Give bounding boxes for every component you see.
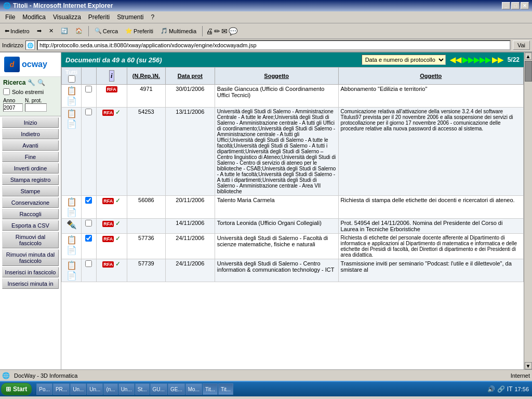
forward-button[interactable]: ➡ xyxy=(34,26,44,36)
favorites-button[interactable]: ⭐ Preferiti xyxy=(123,26,156,36)
btn-avanti[interactable]: Avanti xyxy=(2,140,59,151)
multimedia-button[interactable]: 🎵 Multimedia xyxy=(158,26,199,36)
stop-button[interactable]: ✕ xyxy=(46,26,56,36)
doc-icon[interactable]: 📋 xyxy=(66,235,77,245)
taskbar-item-6[interactable]: St... xyxy=(135,383,150,395)
th-data-prot[interactable]: Data prot xyxy=(165,68,215,85)
th-oggetto[interactable]: Oggetto xyxy=(338,68,524,85)
internet-label: Internet xyxy=(511,373,530,379)
row-action-icon[interactable]: 📋 📄 xyxy=(62,196,82,219)
btn-inizio[interactable]: Inizio xyxy=(2,117,59,128)
taskbar-item-2[interactable]: Un... xyxy=(70,383,86,395)
row-checkbox-cell[interactable] xyxy=(82,108,97,196)
row-checkbox[interactable] xyxy=(85,86,92,92)
row-checkbox[interactable] xyxy=(85,260,92,267)
menu-strumenti[interactable]: Strumenti xyxy=(114,12,147,22)
row-action-icon[interactable]: 📋 📄 xyxy=(62,234,82,259)
row-checkbox-cell[interactable] xyxy=(82,234,97,259)
doc-icon[interactable]: 📋 xyxy=(66,86,77,96)
th-soggetto[interactable]: Soggetto xyxy=(215,68,338,85)
attach-icon[interactable]: 📄 xyxy=(66,207,77,217)
refresh-button[interactable]: 🔄 xyxy=(58,26,71,36)
row-checkbox[interactable] xyxy=(85,220,92,227)
print-icon[interactable]: 🖨 xyxy=(206,27,213,35)
solo-estremi-checkbox[interactable] xyxy=(3,88,10,95)
doc-icon[interactable]: 📋 xyxy=(66,260,77,270)
prev-pages-icon[interactable]: ▶▶▶▶▶ xyxy=(462,56,491,64)
select-all-checkbox[interactable] xyxy=(68,75,75,83)
mail-icon[interactable]: ✉ xyxy=(221,27,228,35)
search-button[interactable]: 🔍 Cerca xyxy=(92,26,121,36)
btn-conservazione[interactable]: Conservazione xyxy=(2,197,59,208)
edit-icon[interactable]: ✏ xyxy=(214,27,220,35)
address-input[interactable] xyxy=(37,40,511,50)
row-checkbox-cell[interactable] xyxy=(82,259,97,282)
btn-rimuovi-minuta[interactable]: Rimuovi minuta dal fascicolo xyxy=(2,249,59,266)
menu-help[interactable]: ? xyxy=(148,12,158,22)
row-checkbox[interactable] xyxy=(85,235,92,242)
sort-select[interactable]: Data e numero di protocollo xyxy=(362,55,446,65)
pen-icon[interactable]: ✒️ xyxy=(66,220,77,229)
doc-icon[interactable]: 📋 xyxy=(66,197,77,207)
btn-rimuovi[interactable]: Rimuovi dal fascicolo xyxy=(2,232,59,248)
minimize-button[interactable]: _ xyxy=(502,2,510,9)
row-checkbox[interactable] xyxy=(85,197,92,204)
btn-esporta[interactable]: Esporta a CSV xyxy=(2,220,59,231)
scroll-down-btn[interactable]: ▼ xyxy=(525,362,532,369)
window-controls[interactable]: _ □ ✕ xyxy=(502,2,529,9)
btn-inserisci[interactable]: Inserisci in fascicolo xyxy=(2,267,59,277)
btn-inverti[interactable]: Inverti ordine xyxy=(2,163,59,174)
doc-icon[interactable]: 📋 xyxy=(66,109,77,118)
btn-stampa-registro[interactable]: Stampa registro xyxy=(2,175,59,185)
table-scroll[interactable]: Tutti i (N.Rep.)N. Data prot Soggetto Og… xyxy=(61,67,524,369)
attach-icon[interactable]: 📄 xyxy=(66,271,77,281)
row-checkbox[interactable] xyxy=(85,109,92,115)
attach-icon[interactable]: 📄 xyxy=(66,96,77,106)
back-button[interactable]: ⬅ Indietro xyxy=(2,26,32,36)
row-checkbox-cell[interactable] xyxy=(82,85,97,108)
btn-indietro[interactable]: Indietro xyxy=(2,129,59,139)
th-nrep[interactable]: (N.Rep.)N. xyxy=(127,68,165,85)
taskbar-item-5[interactable]: Un... xyxy=(118,383,135,395)
menu-modifica[interactable]: Modifica xyxy=(19,12,49,22)
taskbar-item-4[interactable]: (n... xyxy=(103,383,117,395)
row-checkbox-cell[interactable] xyxy=(82,196,97,219)
row-action-icon[interactable]: ✒️ xyxy=(62,219,82,234)
close-button[interactable]: ✕ xyxy=(521,2,529,9)
rfa-check: ✓ xyxy=(115,109,121,116)
table-row: 📋 📄 RFA ✓ 56086 20/11/2006 xyxy=(62,196,524,219)
first-page-icon[interactable]: ◀◀ xyxy=(450,56,461,64)
btn-inserisci-minuta[interactable]: Inserisci minuta in xyxy=(2,278,59,289)
btn-fine[interactable]: Fine xyxy=(2,152,59,162)
taskbar-item-10[interactable]: Tit... xyxy=(203,383,218,395)
go-button[interactable]: Vai xyxy=(513,41,530,50)
menu-file[interactable]: File xyxy=(2,12,18,22)
right-scrollbar[interactable]: ▲ ▼ xyxy=(524,52,532,369)
scroll-thumb[interactable] xyxy=(525,61,532,82)
taskbar-item-7[interactable]: GU... xyxy=(150,383,167,395)
scroll-up-btn[interactable]: ▲ xyxy=(525,52,532,60)
row-checkbox-cell[interactable] xyxy=(82,219,97,234)
anno-input[interactable] xyxy=(3,103,23,112)
taskbar-item-1[interactable]: PR... xyxy=(53,383,70,395)
taskbar-item-0[interactable]: Po... xyxy=(36,383,52,395)
maximize-button[interactable]: □ xyxy=(511,2,520,9)
home-button[interactable]: 🏠 xyxy=(73,26,85,36)
btn-stampe[interactable]: Stampe xyxy=(2,186,59,196)
row-action-icon[interactable]: 📋 📄 xyxy=(62,259,82,282)
menu-preferiti[interactable]: Preferiti xyxy=(85,12,113,22)
next-pages-icon[interactable]: ▶▶ xyxy=(492,56,503,64)
taskbar-item-3[interactable]: Un... xyxy=(87,383,103,395)
attach-icon[interactable]: 📄 xyxy=(66,119,77,129)
row-action-icon[interactable]: 📋 📄 xyxy=(62,108,82,196)
attach-icon[interactable]: 📄 xyxy=(66,245,77,255)
menu-visualizza[interactable]: Visualizza xyxy=(50,12,84,22)
discuss-icon[interactable]: 💬 xyxy=(229,27,237,35)
taskbar-item-11[interactable]: Tit... xyxy=(218,383,233,395)
taskbar-item-9[interactable]: Mo... xyxy=(185,383,202,395)
taskbar-item-8[interactable]: GE... xyxy=(168,383,185,395)
btn-raccogli[interactable]: Raccogli xyxy=(2,209,59,219)
row-action-icon[interactable]: 📋 📄 xyxy=(62,85,82,108)
nprot-input[interactable] xyxy=(25,103,47,112)
start-button[interactable]: ⊞ Start xyxy=(1,383,32,395)
